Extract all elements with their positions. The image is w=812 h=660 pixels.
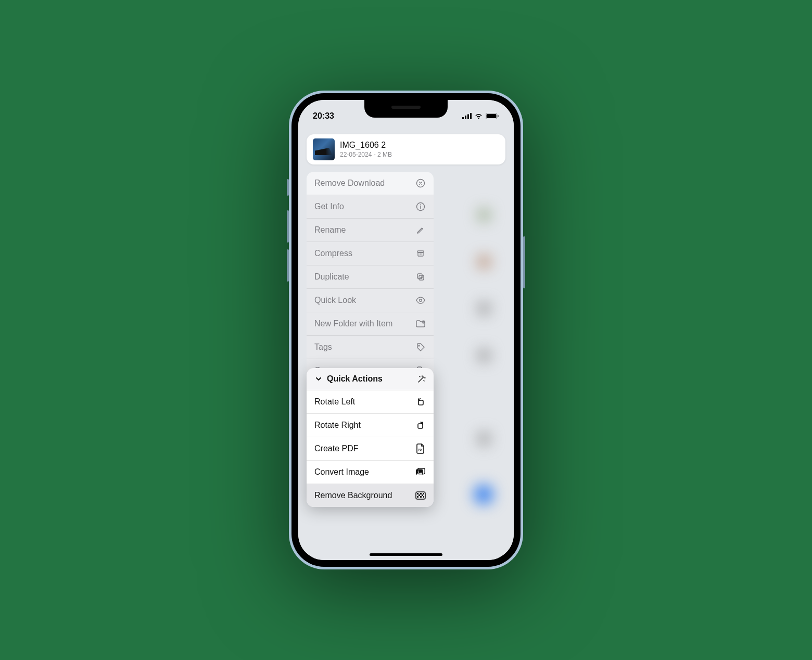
menu-item-label: Quick Look <box>314 296 356 305</box>
phone-frame: 20:33 IMG_1606 2 <box>289 91 523 569</box>
notch <box>364 100 448 118</box>
svg-rect-26 <box>417 493 418 494</box>
svg-rect-19 <box>418 400 423 405</box>
menu-rename[interactable]: Rename <box>307 219 434 242</box>
photo-stack-icon <box>415 467 426 477</box>
file-card[interactable]: IMG_1606 2 22-05-2024 - 2 MB <box>307 134 505 164</box>
plus-square-icon <box>415 272 426 282</box>
doc-pdf-icon: PDF <box>415 443 426 454</box>
quick-actions-header[interactable]: Quick Actions <box>307 368 434 390</box>
qa-rotate-right[interactable]: Rotate Right <box>307 414 434 437</box>
volume-up-button <box>287 210 289 243</box>
cellular-icon <box>462 113 472 119</box>
file-name: IMG_1606 2 <box>340 141 392 150</box>
menu-compress[interactable]: Compress <box>307 242 434 265</box>
svg-rect-6 <box>498 115 499 117</box>
rotate-left-icon <box>415 397 426 407</box>
file-thumbnail <box>313 138 335 160</box>
svg-rect-3 <box>470 113 472 119</box>
info-circle-icon <box>415 201 426 212</box>
file-meta: 22-05-2024 - 2 MB <box>340 151 392 158</box>
archivebox-icon <box>415 248 426 259</box>
svg-rect-29 <box>422 494 423 496</box>
chevron-down-icon <box>313 374 324 384</box>
checker-icon <box>415 490 426 501</box>
qa-create-pdf[interactable]: Create PDF PDF <box>307 437 434 461</box>
screen: 20:33 IMG_1606 2 <box>298 100 514 560</box>
menu-item-label: Tags <box>314 342 332 352</box>
menu-item-label: Rename <box>314 225 346 235</box>
svg-rect-31 <box>420 496 422 498</box>
menu-get-info[interactable]: Get Info <box>307 195 434 219</box>
menu-tags[interactable]: Tags <box>307 336 434 359</box>
svg-rect-32 <box>423 493 424 494</box>
battery-icon <box>486 113 499 119</box>
menu-item-label: Duplicate <box>314 272 349 282</box>
wifi-icon <box>474 113 483 119</box>
svg-point-9 <box>420 205 421 206</box>
qa-rotate-left[interactable]: Rotate Left <box>307 390 434 414</box>
qa-item-label: Convert Image <box>314 467 369 477</box>
svg-point-16 <box>418 345 420 346</box>
svg-rect-0 <box>462 117 464 119</box>
quick-actions-title: Quick Actions <box>327 374 383 384</box>
svg-point-14 <box>420 299 422 302</box>
status-time: 20:33 <box>313 111 334 121</box>
wand-icon <box>416 374 427 384</box>
qa-item-label: Rotate Right <box>314 421 361 430</box>
svg-rect-20 <box>418 424 423 428</box>
rotate-right-icon <box>415 420 426 430</box>
folder-plus-icon <box>415 319 426 329</box>
svg-rect-30 <box>417 496 418 498</box>
svg-rect-28 <box>418 494 420 496</box>
qa-convert-image[interactable]: Convert Image <box>307 461 434 484</box>
mute-switch <box>287 179 289 196</box>
volume-down-button <box>287 249 289 282</box>
menu-duplicate[interactable]: Duplicate <box>307 265 434 289</box>
svg-text:PDF: PDF <box>418 449 423 451</box>
qa-item-label: Remove Background <box>314 491 392 500</box>
svg-rect-2 <box>467 115 469 120</box>
qa-item-label: Rotate Left <box>314 397 355 407</box>
eye-icon <box>415 295 426 306</box>
quick-actions-menu: Quick Actions Rotate Left Rotate Right C… <box>307 368 434 507</box>
tag-icon <box>415 342 426 352</box>
menu-quick-look[interactable]: Quick Look <box>307 289 434 312</box>
svg-rect-27 <box>420 493 422 494</box>
x-circle-icon <box>415 178 426 188</box>
svg-rect-5 <box>487 114 497 118</box>
menu-item-label: Get Info <box>314 202 344 211</box>
pencil-icon <box>415 225 426 235</box>
home-indicator[interactable] <box>370 553 442 556</box>
menu-remove-download[interactable]: Remove Download <box>307 172 434 195</box>
svg-rect-1 <box>465 116 466 119</box>
menu-item-label: New Folder with Item <box>314 319 392 328</box>
menu-item-label: Compress <box>314 249 352 258</box>
power-button <box>523 236 525 288</box>
qa-remove-background[interactable]: Remove Background <box>307 484 434 507</box>
context-menu: Remove Download Get Info Rename Compress… <box>307 172 434 382</box>
menu-item-label: Remove Download <box>314 179 385 188</box>
qa-item-label: Create PDF <box>314 444 358 453</box>
svg-rect-33 <box>423 496 424 498</box>
menu-new-folder-with-item[interactable]: New Folder with Item <box>307 312 434 336</box>
